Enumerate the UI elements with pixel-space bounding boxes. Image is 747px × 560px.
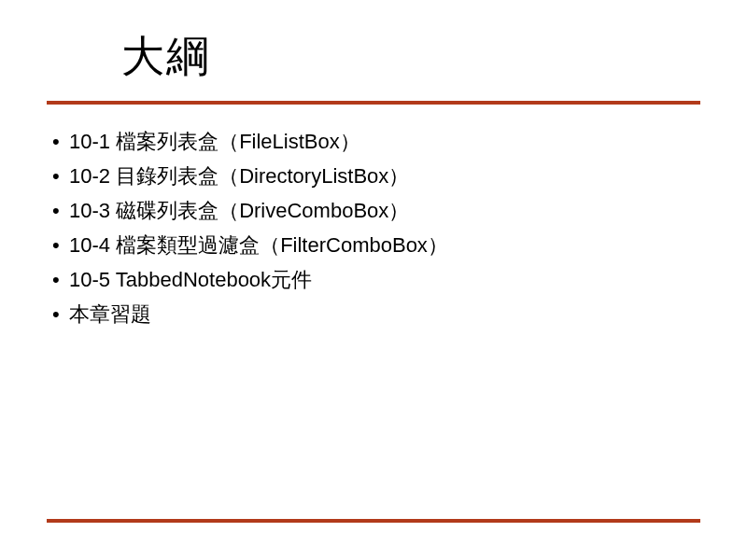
list-item: •10-4 檔案類型過濾盒（FilterComboBox）: [52, 229, 700, 263]
list-item-text: 10-5 TabbedNotebook元件: [69, 268, 312, 291]
list-item: •10-5 TabbedNotebook元件: [52, 263, 700, 298]
slide-title: 大綱: [121, 28, 700, 86]
list-item: •10-3 磁碟列表盒（DriveComboBox）: [52, 194, 700, 229]
bullet-icon: •: [52, 263, 69, 298]
bullet-icon: •: [52, 229, 69, 263]
bullet-icon: •: [52, 160, 69, 194]
list-item: •本章習題: [52, 298, 700, 332]
list-item-text: 10-2 目錄列表盒（DirectoryListBox）: [69, 164, 409, 188]
list-item-text: 10-1 檔案列表盒（FileListBox）: [69, 130, 360, 153]
list-item-text: 10-3 磁碟列表盒（DriveComboBox）: [69, 199, 409, 222]
list-item: •10-2 目錄列表盒（DirectoryListBox）: [52, 160, 700, 194]
outline-list: •10-1 檔案列表盒（FileListBox） •10-2 目錄列表盒（Dir…: [47, 125, 700, 332]
list-item: •10-1 檔案列表盒（FileListBox）: [52, 125, 700, 160]
bullet-icon: •: [52, 298, 69, 332]
slide: 大綱 •10-1 檔案列表盒（FileListBox） •10-2 目錄列表盒（…: [0, 0, 747, 560]
divider-top: [47, 101, 700, 105]
list-item-text: 10-4 檔案類型過濾盒（FilterComboBox）: [69, 233, 448, 257]
bullet-icon: •: [52, 125, 69, 160]
list-item-text: 本章習題: [69, 302, 151, 326]
divider-bottom: [47, 519, 700, 523]
bullet-icon: •: [52, 194, 69, 229]
